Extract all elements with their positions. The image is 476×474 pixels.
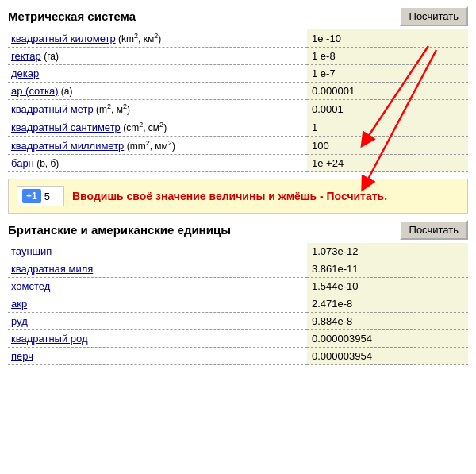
- unit-link[interactable]: перч: [11, 350, 33, 362]
- unit-link[interactable]: акр: [11, 298, 27, 310]
- unit-abbr: (cm2, см2): [121, 122, 167, 133]
- metric-unit-row: квадратный миллиметр (mm2, мм2)100: [8, 137, 468, 155]
- unit-link[interactable]: тауншип: [11, 245, 52, 257]
- metric-unit-row: гектар (га)1 e-8: [8, 48, 468, 65]
- unit-abbr: (га): [41, 51, 59, 62]
- british-section-title: Британские и американские единицы: [8, 223, 231, 237]
- unit-value-cell: 0.0001: [307, 100, 468, 118]
- unit-value-cell: 1e +24: [307, 155, 468, 172]
- british-unit-row: квадратная миля3.861e-11: [8, 260, 468, 278]
- unit-link[interactable]: квадратный миллиметр: [11, 140, 124, 152]
- unit-link[interactable]: квадратный сантиметр: [11, 121, 121, 133]
- unit-link[interactable]: гектар: [11, 50, 41, 62]
- metric-unit-row: квадратный сантиметр (cm2, см2)1: [8, 118, 468, 137]
- unit-abbr: (mm2, мм2): [124, 141, 175, 152]
- british-unit-row: акр2.471e-8: [8, 295, 468, 313]
- metric-units-table: квадратный километр (km2, км2)1e -10гект…: [8, 29, 468, 172]
- unit-name-cell: квадратный миллиметр (mm2, мм2): [8, 137, 307, 155]
- unit-value-cell: 1 e-7: [307, 65, 468, 83]
- unit-value-cell: 9.884e-8: [307, 313, 468, 330]
- unit-name-cell: ар (сотка) (а): [8, 83, 307, 100]
- unit-value-cell: 2.471e-8: [307, 295, 468, 313]
- unit-link[interactable]: хомстед: [11, 280, 50, 292]
- unit-name-cell: руд: [8, 313, 307, 330]
- unit-name-cell: перч: [8, 348, 307, 365]
- metric-section-title: Метрическая система: [8, 10, 136, 23]
- unit-link[interactable]: квадратный род: [11, 333, 88, 345]
- british-unit-row: квадратный род0.000003954: [8, 330, 468, 348]
- google-plus-widget: +1 5: [17, 186, 64, 206]
- unit-link[interactable]: квадратный метр: [11, 103, 94, 115]
- plus-count: 5: [44, 191, 50, 202]
- hint-box: +1 5 Вводишь своё значение величины и жм…: [8, 179, 468, 214]
- unit-link[interactable]: руд: [11, 315, 28, 327]
- unit-value-cell: 0.000003954: [307, 348, 468, 365]
- unit-name-cell: хомстед: [8, 278, 307, 295]
- unit-abbr: (m2, м2): [94, 104, 130, 115]
- unit-value-cell: 100: [307, 137, 468, 155]
- unit-name-cell: квадратный сантиметр (cm2, см2): [8, 118, 307, 137]
- british-units-table: тауншип1.073e-12квадратная миля3.861e-11…: [8, 243, 468, 365]
- unit-name-cell: декар: [8, 65, 307, 83]
- unit-value-cell: 1.073e-12: [307, 243, 468, 260]
- metric-unit-row: барн (b, б)1e +24: [8, 155, 468, 172]
- unit-name-cell: квадратная миля: [8, 260, 307, 278]
- unit-link[interactable]: квадратная миля: [11, 263, 93, 275]
- metric-unit-row: квадратный метр (m2, м2)0.0001: [8, 100, 468, 118]
- unit-value-cell: 1 e-8: [307, 48, 468, 65]
- unit-value-cell: 1e -10: [307, 29, 468, 48]
- unit-value-cell: 0.000001: [307, 83, 468, 100]
- metric-unit-row: декар1 e-7: [8, 65, 468, 83]
- unit-name-cell: квадратный метр (m2, м2): [8, 100, 307, 118]
- unit-link[interactable]: барн: [11, 157, 34, 169]
- unit-name-cell: квадратный километр (km2, км2): [8, 29, 307, 48]
- unit-link[interactable]: ар (сотка): [11, 85, 58, 97]
- british-unit-row: тауншип1.073e-12: [8, 243, 468, 260]
- unit-abbr: (km2, км2): [116, 33, 162, 44]
- unit-name-cell: гектар (га): [8, 48, 307, 65]
- unit-value-cell: 1.544e-10: [307, 278, 468, 295]
- unit-value-cell: 0.000003954: [307, 330, 468, 348]
- british-unit-row: хомстед1.544e-10: [8, 278, 468, 295]
- unit-link[interactable]: декар: [11, 67, 39, 79]
- british-unit-row: перч0.000003954: [8, 348, 468, 365]
- metric-unit-row: ар (сотка) (а)0.000001: [8, 83, 468, 100]
- google-plus-button[interactable]: +1: [22, 189, 41, 203]
- british-calc-button[interactable]: Посчитать: [400, 220, 468, 240]
- unit-name-cell: квадратный род: [8, 330, 307, 348]
- unit-abbr: (b, б): [34, 158, 60, 169]
- metric-unit-row: квадратный километр (km2, км2)1e -10: [8, 29, 468, 48]
- british-unit-row: руд9.884e-8: [8, 313, 468, 330]
- unit-abbr: (а): [58, 86, 72, 97]
- unit-value-cell: 1: [307, 118, 468, 137]
- unit-link[interactable]: квадратный километр: [11, 33, 116, 44]
- unit-value-cell: 3.861e-11: [307, 260, 468, 278]
- hint-text: Вводишь своё значение величины и жмёшь -…: [72, 190, 387, 202]
- metric-calc-button[interactable]: Посчитать: [400, 6, 468, 26]
- unit-name-cell: тауншип: [8, 243, 307, 260]
- unit-name-cell: акр: [8, 295, 307, 313]
- unit-name-cell: барн (b, б): [8, 155, 307, 172]
